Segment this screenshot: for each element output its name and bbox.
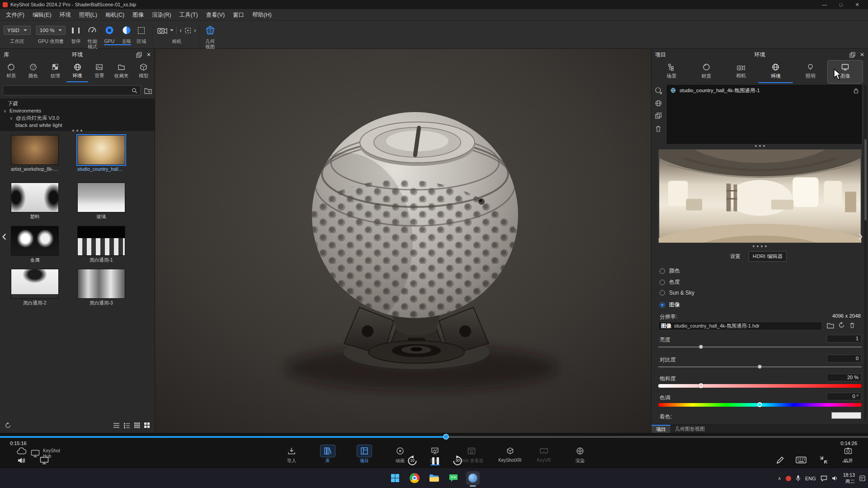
volume-button[interactable] <box>17 456 26 465</box>
library-tab-backplates[interactable]: 背景 <box>88 61 110 82</box>
input-language[interactable]: ENG <box>805 476 816 481</box>
video-progress-handle[interactable] <box>443 434 449 440</box>
menu-help[interactable]: 帮助(H) <box>248 9 275 21</box>
menu-environment[interactable]: 环境 <box>56 9 75 21</box>
keyshot-hub-button[interactable]: KeyShotHub <box>31 448 85 459</box>
radio-chroma[interactable]: 色度 <box>660 278 680 286</box>
thumbnail-artist-workshop[interactable]: artist_workshop_8k-氛围... <box>11 135 59 173</box>
start-button[interactable] <box>388 471 402 485</box>
undock-panel-icon[interactable] <box>136 52 142 58</box>
radio-color[interactable]: 颜色 <box>660 267 680 275</box>
thumbnail-glass[interactable]: 玻璃 <box>77 183 125 220</box>
tint-color-swatch[interactable] <box>831 412 861 419</box>
active-app-icon[interactable] <box>466 471 480 485</box>
hdri-preview[interactable] <box>658 149 862 243</box>
lock-icon[interactable] <box>854 88 859 94</box>
denoise-button[interactable] <box>122 23 131 37</box>
library-close-icon[interactable]: ✕ <box>146 52 151 58</box>
contrast-value[interactable]: 0 <box>827 355 861 362</box>
clock[interactable]: 18:13 周二 <box>843 472 855 484</box>
thumbnail-bw-generic-2[interactable]: 黑白通用-2 <box>11 269 59 306</box>
project-tab-camera[interactable]: 相机 <box>724 61 759 83</box>
radio-sun-sky[interactable]: Sun & Sky <box>660 290 694 296</box>
scrollbar-thumb[interactable] <box>864 139 867 221</box>
thumbnail-bw-generic-3[interactable]: 黑白通用-3 <box>77 269 125 306</box>
close-button[interactable]: ✕ <box>849 0 865 9</box>
screen-share-button[interactable] <box>40 456 49 465</box>
recording-indicator-icon[interactable] <box>786 476 791 481</box>
menu-edit[interactable]: 编辑(E) <box>28 9 56 21</box>
thumbnail-metal[interactable]: 金属 <box>11 226 59 263</box>
library-tab-textures[interactable]: 纹理 <box>44 61 66 82</box>
gpu-usage-dropdown[interactable]: 100 % <box>36 26 66 35</box>
preview-resize-dots[interactable] <box>651 245 868 247</box>
saturation-value[interactable]: 20 % <box>827 374 861 381</box>
chat-app-icon[interactable] <box>447 471 460 485</box>
pause-button[interactable] <box>71 23 80 37</box>
more-options-button[interactable]: ⋯ <box>842 457 850 466</box>
project-tab-environment[interactable]: 环境 <box>758 61 793 83</box>
region-button[interactable] <box>138 23 145 37</box>
realtime-viewport[interactable] <box>155 49 651 433</box>
radio-image[interactable]: 图像 <box>660 301 680 309</box>
menu-view[interactable]: 查看(V) <box>202 9 229 21</box>
tree-item-black-white-light[interactable]: black and white light <box>0 122 155 129</box>
project-close-icon[interactable]: ✕ <box>860 52 864 58</box>
brightness-value[interactable]: 1 <box>827 335 861 343</box>
carousel-left-chevron[interactable]: ‹ <box>2 228 7 243</box>
geometry-view-button[interactable] <box>205 23 215 37</box>
library-tab-favorites[interactable]: 收藏夹 <box>110 61 132 82</box>
dock-render[interactable]: 渲染 <box>558 445 602 464</box>
workspace-dropdown[interactable]: YSID <box>4 26 31 35</box>
keyboard-button[interactable] <box>796 456 807 464</box>
thumbnail-bw-generic-1[interactable]: 黑白通用-1 <box>77 226 125 263</box>
trash-icon[interactable] <box>655 125 662 132</box>
project-tab-material[interactable]: 材质 <box>689 61 724 83</box>
rewind-10-button[interactable]: 10 <box>406 455 419 467</box>
tree-item-environments[interactable]: ∨Environments <box>0 107 155 114</box>
project-scrollbar[interactable] <box>864 85 867 419</box>
add-environment-icon[interactable] <box>655 87 662 94</box>
tray-speaker-icon[interactable] <box>832 475 839 481</box>
menu-camera[interactable]: 相机(C) <box>101 9 128 21</box>
forward-30-button[interactable]: 30 <box>451 455 464 467</box>
notification-center-icon[interactable] <box>859 475 865 481</box>
search-folder-icon[interactable] <box>144 87 152 94</box>
project-tab-scene[interactable]: 场景 <box>654 61 689 83</box>
search-box[interactable] <box>3 85 141 95</box>
camera-dropdown-caret[interactable] <box>170 29 174 31</box>
gpu-toggle-button[interactable] <box>105 23 114 37</box>
tree-item-downloads[interactable]: 下载 <box>0 100 155 107</box>
library-tab-materials[interactable]: 材质 <box>0 61 22 82</box>
brightness-slider[interactable] <box>658 344 862 350</box>
annotate-pen-button[interactable] <box>776 455 785 465</box>
undock-panel-icon[interactable] <box>849 52 855 58</box>
hue-knob[interactable] <box>757 402 762 407</box>
project-tab-lighting[interactable]: 照明 <box>793 61 828 83</box>
tray-chat-icon[interactable] <box>821 475 827 482</box>
small-grid-view-icon[interactable] <box>134 422 140 428</box>
tree-item-lightlib[interactable]: ∨@云尚灯光库 V3.0 <box>0 114 155 122</box>
environment-list-item[interactable]: studio_country_hall_4k-氛围通用-1 <box>667 85 861 95</box>
thumbnail-plastic[interactable]: 塑料 <box>11 183 59 220</box>
list-view-icon[interactable] <box>113 422 120 428</box>
thumbnail-studio-country-hall[interactable]: studio_country_hall_4k-... <box>77 135 125 172</box>
browser-app-icon[interactable] <box>408 471 421 485</box>
exit-fullscreen-button[interactable] <box>819 455 828 465</box>
file-explorer-icon[interactable] <box>427 471 441 485</box>
hue-value[interactable]: 0 ° <box>827 393 861 400</box>
camera-prev-button[interactable]: ‹ <box>179 27 182 34</box>
detail-list-view-icon[interactable] <box>123 422 130 428</box>
carousel-right-chevron[interactable]: › <box>858 228 863 243</box>
saturation-slider[interactable] <box>658 383 862 389</box>
contrast-slider[interactable] <box>658 364 862 370</box>
delete-image-icon[interactable] <box>849 322 855 328</box>
microphone-icon[interactable] <box>796 475 801 482</box>
duplicate-icon[interactable] <box>655 112 662 120</box>
library-tab-colors[interactable]: 颜色 <box>22 61 44 82</box>
environment-globe-icon[interactable] <box>655 99 662 107</box>
open-folder-icon[interactable] <box>827 322 834 328</box>
camera-icon[interactable] <box>157 27 167 34</box>
search-input[interactable] <box>6 88 129 93</box>
hue-slider[interactable] <box>658 402 862 408</box>
